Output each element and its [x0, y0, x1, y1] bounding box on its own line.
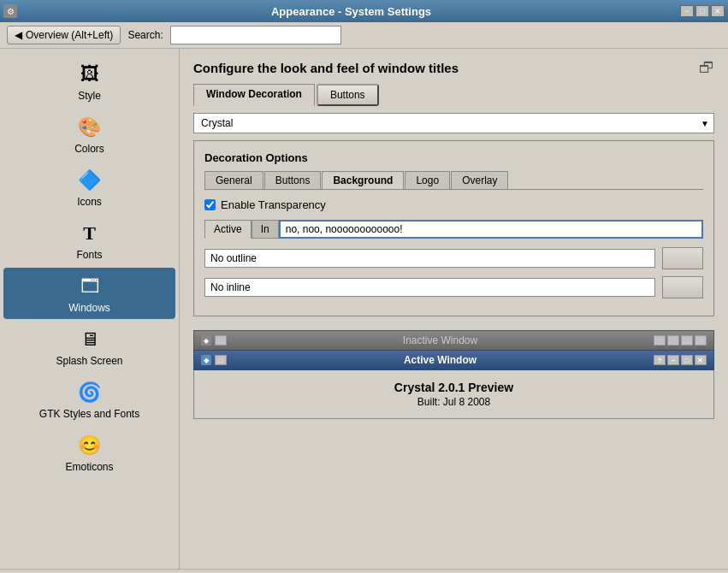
sidebar-item-label: Splash Screen: [56, 355, 122, 367]
active-min-btn[interactable]: −: [667, 355, 679, 365]
active-max-btn[interactable]: □: [681, 355, 693, 365]
close-button[interactable]: ✕: [711, 5, 725, 17]
mini-tab-active[interactable]: Active: [204, 220, 252, 239]
style-icon: 🖼: [76, 61, 104, 88]
sidebar-item-label: Icons: [77, 196, 102, 208]
search-label: Search:: [127, 29, 163, 41]
active-win-controls: ? − □ ✕: [654, 355, 707, 365]
tab-buttons[interactable]: Buttons: [317, 84, 379, 106]
search-input[interactable]: [170, 26, 341, 44]
sidebar-item-gtk[interactable]: 🌀 GTK Styles and Fonts: [3, 374, 175, 425]
sidebar-item-splash[interactable]: 🖥 Splash Screen: [3, 321, 175, 372]
outline-row: No outline Solid Dashed Dotted: [204, 247, 703, 269]
inline-color-button[interactable]: [662, 276, 703, 298]
inactive-help-btn[interactable]: ?: [654, 335, 666, 346]
icons-icon: 🔷: [76, 167, 104, 194]
active-win-icon: ◆: [201, 355, 211, 365]
sub-tab-logo[interactable]: Logo: [405, 171, 450, 189]
fonts-icon: T: [76, 220, 104, 247]
sidebar-item-emoticons[interactable]: 😊 Emoticons: [3, 427, 175, 478]
back-icon: ◀: [15, 29, 22, 41]
inactive-window-title: Inactive Window: [403, 334, 477, 346]
preview-sub: Built: Jul 8 2008: [204, 396, 703, 408]
sub-tab-overlay[interactable]: Overlay: [451, 171, 508, 189]
inline-select[interactable]: No inline Solid Dashed: [204, 278, 655, 297]
preview-title: Crystal 2.0.1 Preview: [204, 381, 703, 394]
inactive-win-btn1[interactable]: □: [215, 335, 227, 346]
main-tab-row: Window Decoration Buttons: [193, 84, 714, 106]
decoration-options-title: Decoration Options: [204, 151, 703, 164]
enable-transparency-checkbox[interactable]: [204, 199, 216, 210]
bottom-bar: ❓ Help ↺ Defaults ↩ Reset Apply: [0, 569, 728, 573]
sidebar-item-label: Colors: [74, 143, 104, 155]
inactive-min-btn[interactable]: −: [667, 335, 679, 346]
window-controls: − □ ✕: [680, 5, 725, 17]
preview-area: ◆ □ Inactive Window ? − □ ✕ ◆ □: [193, 330, 714, 419]
app-icon: ⚙: [3, 4, 17, 18]
sidebar-item-style[interactable]: 🖼 Style: [3, 56, 175, 107]
sub-tab-buttons[interactable]: Buttons: [264, 171, 322, 189]
active-win-btn1[interactable]: □: [215, 355, 227, 365]
active-help-btn[interactable]: ?: [654, 355, 666, 365]
active-close-btn[interactable]: ✕: [695, 355, 707, 365]
colors-icon: 🎨: [76, 114, 104, 141]
title-bar: ⚙ Appearance - System Settings − □ ✕: [0, 0, 728, 22]
splash-icon: 🖥: [76, 326, 104, 353]
window-title: Appearance - System Settings: [22, 5, 680, 18]
outline-select[interactable]: No outline Solid Dashed Dotted: [204, 249, 655, 268]
sidebar-item-windows[interactable]: 🗔 Windows: [3, 268, 175, 319]
restore-icon: 🗗: [699, 59, 714, 77]
sidebar-item-icons[interactable]: 🔷 Icons: [3, 162, 175, 213]
sidebar-item-colors[interactable]: 🎨 Colors: [3, 109, 175, 160]
outline-color-button[interactable]: [662, 247, 703, 269]
page-header: Configure the look and feel of window ti…: [193, 59, 714, 77]
inactive-win-controls: ? − □ ✕: [654, 335, 707, 346]
active-window-title: Active Window: [404, 354, 476, 366]
inactive-window-bar: ◆ □ Inactive Window ? − □ ✕: [193, 330, 714, 351]
inactive-max-btn[interactable]: □: [681, 335, 693, 346]
sub-tab-row: General Buttons Background Logo Overlay: [204, 171, 703, 190]
inactive-win-icon: ◆: [201, 335, 211, 346]
sidebar-item-fonts[interactable]: T Fonts: [3, 215, 175, 266]
inactive-close-btn[interactable]: ✕: [695, 335, 707, 346]
overview-button[interactable]: ◀ Overview (Alt+Left): [7, 26, 121, 44]
enable-transparency-label: Enable Transparency: [221, 198, 326, 211]
sidebar-item-label: Windows: [68, 302, 110, 314]
active-window-bar: ◆ □ Active Window ? − □ ✕: [193, 350, 714, 370]
main-layout: 🖼 Style 🎨 Colors 🔷 Icons T Fonts 🗔 Windo…: [0, 49, 728, 569]
page-title: Configure the look and feel of window ti…: [193, 61, 459, 75]
theme-dropdown-wrapper: Crystal Plastik Oxygen Breeze ▼: [193, 113, 714, 133]
overview-label: Overview (Alt+Left): [26, 29, 113, 41]
content-area: Configure the look and feel of window ti…: [180, 49, 728, 569]
toolbar: ◀ Overview (Alt+Left) Search:: [0, 22, 728, 49]
mini-tab-row: Active In: [204, 220, 703, 239]
page-content: Configure the look and feel of window ti…: [180, 49, 728, 569]
sidebar-item-label: Emoticons: [65, 461, 113, 473]
emoticons-icon: 😊: [76, 432, 104, 459]
preview-content: Crystal 2.0.1 Preview Built: Jul 8 2008: [193, 370, 714, 419]
active-input[interactable]: [279, 220, 703, 239]
theme-dropdown[interactable]: Crystal Plastik Oxygen Breeze: [193, 113, 714, 133]
mini-tab-inactive[interactable]: In: [252, 220, 279, 239]
gtk-icon: 🌀: [76, 379, 104, 406]
sidebar: 🖼 Style 🎨 Colors 🔷 Icons T Fonts 🗔 Windo…: [0, 49, 180, 569]
sub-tab-general[interactable]: General: [204, 171, 263, 189]
sidebar-item-label: Fonts: [76, 249, 102, 261]
maximize-button[interactable]: □: [695, 5, 709, 17]
enable-transparency-row: Enable Transparency: [204, 198, 703, 211]
sidebar-item-label: GTK Styles and Fonts: [39, 408, 139, 420]
sidebar-item-label: Style: [78, 90, 101, 102]
sub-tab-background[interactable]: Background: [322, 171, 404, 189]
tab-window-decoration[interactable]: Window Decoration: [193, 84, 315, 106]
inline-row: No inline Solid Dashed: [204, 276, 703, 298]
minimize-button[interactable]: −: [680, 5, 694, 17]
decoration-options-panel: Decoration Options General Buttons Backg…: [193, 140, 714, 316]
windows-icon: 🗔: [76, 273, 104, 300]
